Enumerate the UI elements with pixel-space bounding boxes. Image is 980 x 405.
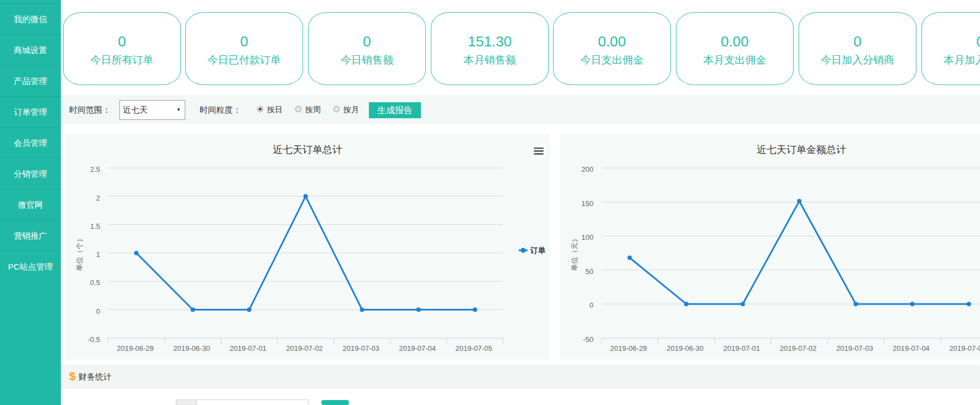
svg-text:2019-07-05: 2019-07-05 <box>456 344 493 353</box>
svg-text:2019-07-02: 2019-07-02 <box>780 344 817 353</box>
svg-text:100: 100 <box>581 233 593 241</box>
svg-text:2019-07-04: 2019-07-04 <box>399 344 436 353</box>
svg-text:2019-06-29: 2019-06-29 <box>610 344 647 353</box>
svg-text:近七天订单总计: 近七天订单总计 <box>273 144 342 155</box>
svg-text:200: 200 <box>581 165 593 173</box>
svg-text:订单: 订单 <box>530 246 546 255</box>
svg-text:50: 50 <box>586 267 593 276</box>
svg-text:2019-07-02: 2019-07-02 <box>286 344 323 353</box>
svg-text:150: 150 <box>581 199 593 208</box>
svg-text:2019-07-01: 2019-07-01 <box>723 344 760 353</box>
svg-text:单位（个）: 单位（个） <box>75 235 84 271</box>
svg-text:0.5: 0.5 <box>90 278 100 287</box>
svg-text:2019-06-29: 2019-06-29 <box>117 344 154 353</box>
svg-text:2019-06-30: 2019-06-30 <box>173 344 210 353</box>
svg-text:-0.5: -0.5 <box>88 335 100 344</box>
svg-text:-50: -50 <box>583 335 593 344</box>
svg-text:2: 2 <box>96 194 100 202</box>
svg-text:2019-07-05: 2019-07-05 <box>950 344 980 353</box>
svg-text:2019-07-03: 2019-07-03 <box>836 344 873 353</box>
svg-text:1: 1 <box>96 250 100 259</box>
svg-text:2019-07-04: 2019-07-04 <box>893 344 930 353</box>
svg-text:2.5: 2.5 <box>90 165 100 173</box>
svg-text:单位（元）: 单位（元） <box>570 235 578 271</box>
svg-text:0: 0 <box>96 307 100 315</box>
svg-text:0: 0 <box>590 301 593 309</box>
svg-text:2019-07-01: 2019-07-01 <box>230 344 267 353</box>
svg-text:1.5: 1.5 <box>90 222 100 230</box>
svg-text:近七天订单金额总计: 近七天订单金额总计 <box>757 144 846 155</box>
svg-text:2019-06-30: 2019-06-30 <box>667 344 704 353</box>
svg-text:2019-07-03: 2019-07-03 <box>342 344 379 353</box>
